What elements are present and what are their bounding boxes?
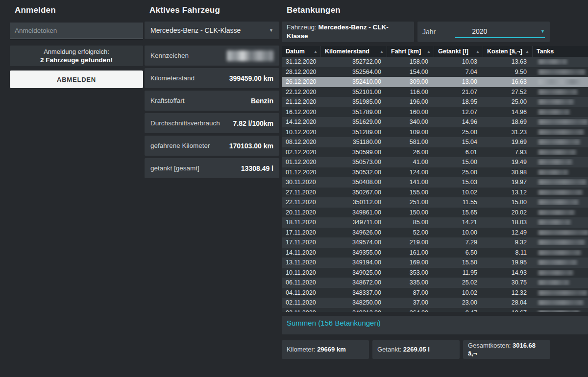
- table-cell: 7.04: [434, 69, 483, 75]
- anmelden-section: Anmelden Anmeldung erfolgreich: 2 Fahrze…: [10, 5, 143, 88]
- jahr-select[interactable]: 2020 ▼: [455, 25, 545, 38]
- column-header-datum[interactable]: Datum ▲: [282, 46, 321, 57]
- table-row[interactable]: 01.12.2020350532.00124.0025.0030.98: [282, 167, 588, 178]
- anmeldetoken-input[interactable]: [10, 23, 143, 39]
- table-cell: 18.69: [483, 118, 533, 125]
- sort-arrow-icon: ▲: [380, 49, 384, 54]
- table-header: Datum ▲ Kilometerstand ▲ Fahrt [km] ▲ Ge…: [282, 46, 588, 57]
- abmelden-button[interactable]: ABMELDEN: [10, 71, 143, 88]
- table-cell: 351985.00: [321, 98, 387, 105]
- table-cell: 349025.00: [321, 269, 387, 276]
- table-cell: 15.04: [434, 139, 483, 145]
- table-cell: 31.23: [483, 129, 533, 136]
- table-cell: 351180.00: [321, 139, 387, 145]
- table-cell: 351289.00: [321, 129, 387, 136]
- column-header-tankstelle[interactable]: Tanks: [533, 46, 588, 57]
- table-cell: 350532.00: [321, 169, 387, 176]
- table-cell-tankstelle: [533, 79, 588, 85]
- table-row[interactable]: 21.12.2020351985.00196.0018.9525.00: [282, 97, 588, 107]
- table-cell: 18.03: [483, 219, 533, 226]
- anmelden-title: Anmelden: [15, 5, 143, 16]
- redacted-station-name: [539, 179, 586, 185]
- info-row-kennzeichen: Kennzeichen: [145, 46, 279, 66]
- table-cell: 25.00: [434, 169, 483, 176]
- table-cell: 13.00: [434, 78, 483, 85]
- column-label: Datum: [286, 48, 305, 55]
- table-row[interactable]: 13.11.2020349194.00169.0015.5019.95: [282, 258, 588, 268]
- redacted-station-name: [539, 119, 588, 125]
- table-cell: 161.00: [387, 249, 434, 256]
- table-row[interactable]: 17.11.2020349574.00219.007.299.32: [282, 237, 588, 248]
- table-row[interactable]: 20.11.2020349861.00150.0015.6520.02: [282, 208, 588, 218]
- table-cell-tankstelle: [533, 179, 588, 185]
- table-row[interactable]: 10.12.2020351289.00109.0025.0031.23: [282, 127, 588, 138]
- table-cell: 14.93: [483, 269, 533, 276]
- table-cell: 30.11.2020: [282, 179, 321, 186]
- table-cell: 15.50: [434, 259, 483, 266]
- info-row-durchschnittsverbrauch: Durchschnittsverbrauch 7.82 l/100km: [145, 113, 279, 133]
- table-row[interactable]: 27.11.2020350267.00155.0010.0213.12: [282, 188, 588, 198]
- table-body: 31.12.2020352722.00158.0010.0313.6328.12…: [282, 57, 588, 312]
- betankungen-table: Datum ▲ Kilometerstand ▲ Fahrt [km] ▲ Ge…: [282, 46, 588, 312]
- table-row[interactable]: 02.12.2020350599.0026.006.017.93: [282, 147, 588, 158]
- table-cell: 349861.00: [321, 209, 387, 216]
- table-cell: 335.00: [387, 279, 434, 286]
- table-cell: 109.00: [387, 129, 434, 136]
- table-cell-tankstelle: [533, 210, 588, 215]
- table-cell-tankstelle: [533, 259, 588, 265]
- table-cell: 581.00: [387, 139, 434, 145]
- table-cell: 6.50: [434, 249, 483, 256]
- table-cell: 7.93: [483, 149, 533, 156]
- sort-arrow-icon: ▲: [525, 49, 529, 54]
- table-cell: 349355.00: [321, 249, 387, 256]
- column-header-fahrt[interactable]: Fahrt [km] ▲: [387, 46, 434, 57]
- table-row[interactable]: 31.12.2020352722.00158.0010.0313.63: [282, 57, 588, 67]
- vehicle-select[interactable]: Mercedes-Benz - CLK-Klasse ▼: [145, 22, 279, 39]
- table-row[interactable]: 08.12.2020351180.00581.0015.0419.69: [282, 137, 588, 147]
- column-header-kilometerstand[interactable]: Kilometerstand ▲: [321, 46, 387, 57]
- table-cell: 150.00: [387, 209, 434, 216]
- table-row[interactable]: 22.11.2020350112.00251.0011.5515.00: [282, 197, 588, 208]
- table-row[interactable]: 06.11.2020348672.00335.0025.0230.75: [282, 278, 588, 288]
- table-cell: 349194.00: [321, 259, 387, 266]
- table-row[interactable]: 04.11.2020348337.0087.0010.0212.32: [282, 288, 588, 298]
- table-cell: 28.04: [483, 299, 533, 306]
- table-cell: 87.00: [387, 289, 434, 296]
- table-cell-tankstelle: [533, 109, 588, 115]
- table-row[interactable]: 30.11.2020350408.00141.0015.0319.97: [282, 177, 588, 188]
- table-cell: 12.07: [434, 109, 483, 116]
- info-value: 170103.00 km: [229, 142, 273, 150]
- table-row[interactable]: 17.11.2020349626.0052.0010.0012.49: [282, 228, 588, 238]
- redacted-station-name: [539, 230, 588, 236]
- table-cell: 16.12.2020: [282, 109, 321, 116]
- table-row[interactable]: 28.12.2020352564.00154.007.049.50: [282, 67, 588, 77]
- table-row[interactable]: 22.12.2020352101.00116.0021.0727.52: [282, 87, 588, 97]
- info-label: Kraftstoffart: [150, 97, 185, 104]
- column-header-kosten[interactable]: Kosten [â‚¬] ▲: [483, 46, 533, 57]
- fahrzeug-display: Fahrzeug: Mercedes-Benz - CLK-Klasse: [282, 22, 414, 42]
- table-row[interactable]: 14.11.2020349355.00161.006.508.11: [282, 248, 588, 258]
- table-cell: 25.02: [434, 279, 483, 286]
- login-status-count: 2 Fahrzeuge gefunden!: [40, 56, 113, 64]
- table-row[interactable]: 01.12.2020350573.0041.0015.0019.49: [282, 157, 588, 167]
- table-cell: 350112.00: [321, 199, 387, 206]
- table-row[interactable]: 26.12.2020352410.00309.0013.0016.63: [282, 77, 588, 87]
- table-cell: 10.12.2020: [282, 129, 321, 136]
- table-row[interactable]: 18.11.2020349711.0085.0014.2118.03: [282, 217, 588, 228]
- table-cell: 20.11.2020: [282, 209, 321, 216]
- table-row[interactable]: 14.12.2020351629.00340.0014.9618.69: [282, 117, 588, 127]
- table-cell: 251.00: [387, 199, 434, 206]
- sort-arrow-icon: ▲: [427, 49, 431, 54]
- table-cell: 01.12.2020: [282, 169, 321, 176]
- info-label: Kilometerstand: [150, 74, 195, 82]
- table-row[interactable]: 10.11.2020349025.00353.0011.9514.93: [282, 268, 588, 278]
- column-header-getankt[interactable]: Getankt [l] ▲: [434, 46, 483, 57]
- table-row[interactable]: 02.11.2020348250.0037.0023.0028.04: [282, 298, 588, 308]
- redacted-station-name: [539, 139, 580, 145]
- table-cell: 158.00: [387, 58, 434, 65]
- table-row[interactable]: 16.12.2020351789.00160.0012.0714.96: [282, 107, 588, 118]
- info-row-gefahrene-kilometer: gefahrene Kilometer 170103.00 km: [145, 136, 279, 156]
- table-cell: 350573.00: [321, 159, 387, 165]
- table-row[interactable]: 02.11.2020348213.00264.008.4710.67: [282, 308, 588, 312]
- redacted-station-name: [539, 219, 570, 225]
